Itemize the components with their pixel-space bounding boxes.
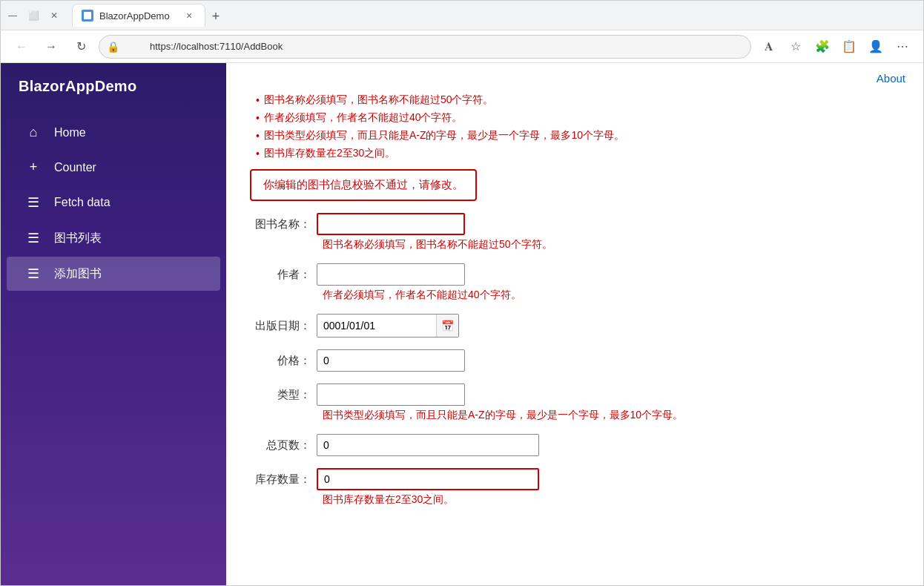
address-bar-container: 🔒	[99, 35, 751, 59]
lock-icon: 🔒	[107, 41, 119, 53]
tab-bar: BlazorAppDemo × +	[72, 4, 917, 27]
pub-date-group: 出版日期： 📅	[250, 314, 900, 338]
price-input[interactable]	[317, 349, 465, 372]
active-tab[interactable]: BlazorAppDemo ×	[72, 4, 205, 27]
sidebar-item-counter-label: Counter	[54, 161, 96, 174]
author-group: 作者： 作者必须填写，作者名不能超过40个字符。	[250, 263, 900, 302]
author-error: 作者必须填写，作者名不能超过40个字符。	[323, 289, 900, 302]
nav-bar: ← → ↻ 🔒 𝐀 ☆ 🧩 📋 👤 ⋯	[1, 30, 923, 63]
nav-items: ⌂ Home + Counter ☰ Fetch data ☰ 图书列表 ☰	[1, 110, 226, 297]
validation-msg-1: 作者必须填写，作者名不能超过40个字符。	[256, 111, 900, 125]
date-input-wrapper: 📅	[317, 314, 459, 338]
validation-msg-0: 图书名称必须填写，图书名称不能超过50个字符。	[256, 93, 900, 107]
type-label: 类型：	[250, 388, 317, 402]
forward-button[interactable]: →	[39, 35, 63, 59]
sidebar-item-book-list-label: 图书列表	[54, 231, 102, 246]
calendar-button[interactable]: 📅	[436, 315, 458, 337]
sidebar-item-home-label: Home	[54, 126, 86, 139]
app-title: BlazorAppDemo	[1, 63, 226, 110]
pages-input[interactable]	[317, 434, 539, 456]
title-bar: — ⬜ ✕ BlazorAppDemo × +	[1, 1, 923, 30]
pub-date-input[interactable]	[317, 315, 436, 337]
author-input[interactable]	[317, 263, 465, 286]
collections-button[interactable]: 📋	[837, 35, 861, 59]
book-name-label: 图书名称：	[250, 217, 317, 231]
nav-actions: 𝐀 ☆ 🧩 📋 👤 ⋯	[757, 35, 914, 59]
sidebar-item-home[interactable]: ⌂ Home	[7, 116, 220, 149]
validation-msg-1-text: 作者必须填写，作者名不能超过40个字符。	[264, 111, 463, 125]
stock-input[interactable]	[317, 468, 539, 490]
close-button[interactable]: ✕	[48, 10, 60, 22]
tab-close-button[interactable]: ×	[182, 9, 196, 22]
type-input[interactable]	[317, 383, 465, 406]
top-validation-list: 图书名称必须填写，图书名称不能超过50个字符。 作者必须填写，作者名不能超过40…	[250, 93, 900, 160]
app-layout: BlazorAppDemo ⌂ Home + Counter ☰ Fetch d…	[1, 63, 923, 585]
window-controls: — ⬜ ✕	[7, 10, 60, 22]
type-group: 类型： 图书类型必须填写，而且只能是A-Z的字母，最少是一个字母，最多10个字母…	[250, 383, 900, 422]
price-label: 价格：	[250, 354, 317, 368]
add-book-icon: ☰	[24, 266, 42, 282]
address-bar: 🔒	[99, 35, 751, 59]
home-icon: ⌂	[24, 125, 42, 140]
new-tab-button[interactable]: +	[205, 6, 226, 27]
stock-group: 库存数量： 图书库存数量在2至30之间。	[250, 468, 900, 507]
price-row: 价格：	[250, 349, 900, 372]
book-name-group: 图书名称： 图书名称必须填写，图书名称不能超过50个字符。	[250, 213, 900, 251]
reader-mode-button[interactable]: 𝐀	[757, 35, 781, 59]
validation-msg-2-text: 图书类型必须填写，而且只能是A-Z的字母，最少是一个字母，最多10个字母。	[264, 129, 624, 142]
price-group: 价格：	[250, 349, 900, 372]
sidebar-item-counter[interactable]: + Counter	[7, 151, 220, 184]
pages-group: 总页数：	[250, 434, 900, 456]
validation-msg-2: 图书类型必须填写，而且只能是A-Z的字母，最少是一个字母，最多10个字母。	[256, 129, 900, 142]
pages-label: 总页数：	[250, 438, 317, 452]
validation-msg-0-text: 图书名称必须填写，图书名称不能超过50个字符。	[264, 93, 494, 107]
profile-button[interactable]: 👤	[864, 35, 888, 59]
sidebar: BlazorAppDemo ⌂ Home + Counter ☰ Fetch d…	[1, 63, 226, 585]
content-area: 图书名称必须填写，图书名称不能超过50个字符。 作者必须填写，作者名不能超过40…	[226, 93, 923, 542]
url-input[interactable]	[126, 41, 724, 52]
sidebar-item-fetch-data[interactable]: ☰ Fetch data	[7, 185, 220, 220]
tab-title: BlazorAppDemo	[99, 10, 170, 22]
validation-msg-3-text: 图书库存数量在2至30之间。	[264, 147, 395, 160]
book-name-input[interactable]	[317, 213, 465, 235]
type-error: 图书类型必须填写，而且只能是A-Z的字母，最少是一个字母，最多10个字母。	[323, 409, 900, 422]
sidebar-item-add-book[interactable]: ☰ 添加图书	[7, 257, 220, 291]
minimize-button[interactable]: —	[7, 10, 19, 22]
fetch-data-icon: ☰	[24, 194, 42, 211]
main-content: About 图书名称必须填写，图书名称不能超过50个字符。 作者必须填写，作者名…	[226, 63, 923, 585]
tab-favicon	[82, 10, 93, 22]
favorites-button[interactable]: ☆	[784, 35, 808, 59]
sidebar-item-book-list[interactable]: ☰ 图书列表	[7, 221, 220, 255]
counter-icon: +	[24, 159, 42, 175]
stock-error: 图书库存数量在2至30之间。	[323, 493, 900, 507]
sidebar-item-fetch-data-label: Fetch data	[54, 196, 110, 209]
validation-msg-3: 图书库存数量在2至30之间。	[256, 147, 900, 160]
page-header: About	[226, 63, 923, 93]
pub-date-row: 出版日期： 📅	[250, 314, 900, 338]
back-button[interactable]: ←	[10, 35, 33, 59]
menu-button[interactable]: ⋯	[891, 35, 914, 59]
sidebar-item-add-book-label: 添加图书	[54, 266, 102, 282]
refresh-button[interactable]: ↻	[69, 35, 93, 59]
stock-label: 库存数量：	[250, 473, 317, 487]
pages-row: 总页数：	[250, 434, 900, 456]
about-link[interactable]: About	[877, 72, 905, 85]
extensions-button[interactable]: 🧩	[811, 35, 834, 59]
author-label: 作者：	[250, 268, 317, 282]
book-name-row: 图书名称：	[250, 213, 900, 235]
form-alert: 你编辑的图书信息校验不通过，请修改。	[250, 169, 477, 201]
stock-row: 库存数量：	[250, 468, 900, 490]
book-name-error: 图书名称必须填写，图书名称不能超过50个字符。	[323, 238, 900, 251]
pub-date-label: 出版日期：	[250, 319, 317, 333]
book-list-icon: ☰	[24, 230, 42, 246]
svg-rect-0	[84, 12, 91, 19]
author-row: 作者：	[250, 263, 900, 286]
maximize-button[interactable]: ⬜	[27, 10, 39, 22]
type-row: 类型：	[250, 383, 900, 406]
browser-frame: — ⬜ ✕ BlazorAppDemo × + ← → ↻ 🔒 �	[0, 0, 924, 586]
